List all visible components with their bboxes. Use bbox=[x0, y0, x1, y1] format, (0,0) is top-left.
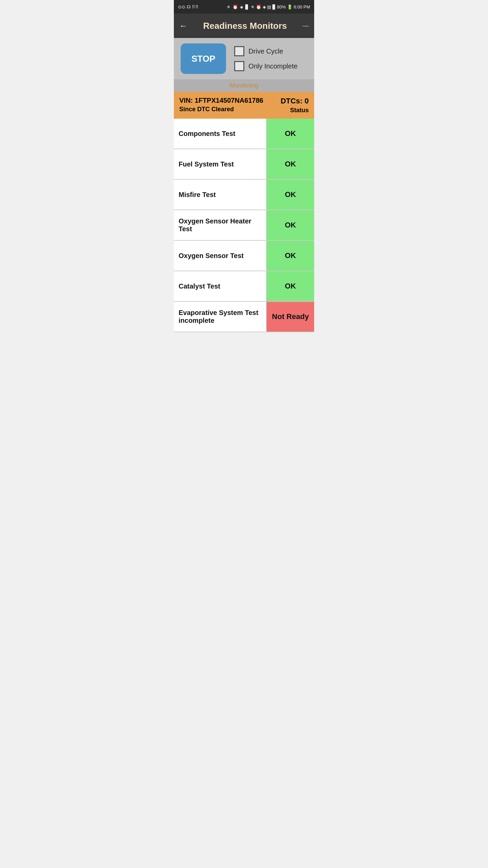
page-title: Readiness Monitors bbox=[187, 21, 303, 31]
monitoring-label: Monitoring bbox=[230, 82, 258, 89]
monitor-status: OK bbox=[267, 271, 314, 301]
monitor-name: Evaporative System Test incomplete bbox=[174, 302, 267, 332]
back-button[interactable]: ← bbox=[179, 21, 187, 31]
monitor-status: Not Ready bbox=[267, 302, 314, 332]
status-bar-left: ⊙⊙ ☊ ⠿⠿ bbox=[178, 4, 199, 9]
table-row: Fuel System TestOK bbox=[174, 149, 314, 180]
status-bar: ⊙⊙ ☊ ⠿⠿ ✳ ⏰ ◈ ▊ ✳ ⏰ ◈ ▤ ▊ 80% 🔋 6:00 PM bbox=[174, 0, 314, 14]
table-row: Misfire TestOK bbox=[174, 180, 314, 210]
table-row: Components TestOK bbox=[174, 119, 314, 149]
status-column-label: Status bbox=[281, 107, 309, 114]
vin-info-left: VIN: 1FTPX14507NA61786 Since DTC Cleared bbox=[179, 97, 263, 113]
wifi-icon: ◈ bbox=[240, 4, 243, 9]
checkboxes-group: Drive Cycle Only Incomplete bbox=[234, 46, 298, 71]
table-row: Oxygen Sensor TestOK bbox=[174, 241, 314, 271]
vin-number: VIN: 1FTPX14507NA61786 bbox=[179, 97, 263, 104]
vin-info-right: DTCs: 0 Status bbox=[281, 97, 309, 114]
app-header: ← Readiness Monitors — bbox=[174, 14, 314, 38]
drive-cycle-checkbox-item[interactable]: Drive Cycle bbox=[234, 46, 298, 56]
table-row: Oxygen Sensor Heater TestOK bbox=[174, 210, 314, 241]
only-incomplete-checkbox-item[interactable]: Only Incomplete bbox=[234, 61, 298, 71]
status-bar-right: ✳ ⏰ ◈ ▊ ✳ ⏰ ◈ ▤ ▊ 80% 🔋 6:00 PM bbox=[227, 4, 310, 9]
only-incomplete-label: Only Incomplete bbox=[248, 62, 298, 70]
drive-cycle-label: Drive Cycle bbox=[248, 47, 283, 55]
monitoring-bar: Monitoring bbox=[174, 79, 314, 92]
battery-percent: ✳ ⏰ ◈ ▤ ▊ 80% 🔋 6:00 PM bbox=[251, 4, 310, 9]
table-row: Catalyst TestOK bbox=[174, 271, 314, 302]
monitor-status: OK bbox=[267, 180, 314, 210]
controls-section: STOP Drive Cycle Only Incomplete bbox=[174, 38, 314, 79]
monitor-status: OK bbox=[267, 149, 314, 179]
monitor-status: OK bbox=[267, 210, 314, 240]
menu-button[interactable]: — bbox=[303, 22, 309, 29]
only-incomplete-checkbox[interactable] bbox=[234, 61, 244, 71]
monitor-name: Catalyst Test bbox=[174, 271, 267, 301]
monitor-status: OK bbox=[267, 119, 314, 149]
status-icons-left: ⊙⊙ ☊ ⠿⠿ bbox=[178, 4, 199, 9]
monitor-name: Misfire Test bbox=[174, 180, 267, 210]
signal-icon: ▊ bbox=[245, 4, 249, 9]
alarm-icon: ⏰ bbox=[232, 4, 238, 9]
drive-cycle-checkbox[interactable] bbox=[234, 46, 244, 56]
monitor-table: Components TestOKFuel System TestOKMisfi… bbox=[174, 119, 314, 332]
monitor-status: OK bbox=[267, 241, 314, 271]
monitor-name: Oxygen Sensor Heater Test bbox=[174, 210, 267, 240]
stop-button[interactable]: STOP bbox=[181, 43, 226, 74]
monitor-name: Fuel System Test bbox=[174, 149, 267, 179]
monitor-name: Oxygen Sensor Test bbox=[174, 241, 267, 271]
since-dtc-cleared: Since DTC Cleared bbox=[179, 106, 263, 113]
table-row: Evaporative System Test incompleteNot Re… bbox=[174, 302, 314, 332]
bluetooth-icon: ✳ bbox=[227, 4, 230, 9]
vin-header: VIN: 1FTPX14507NA61786 Since DTC Cleared… bbox=[174, 92, 314, 119]
dtc-count: DTCs: 0 bbox=[281, 97, 309, 105]
monitor-name: Components Test bbox=[174, 119, 267, 149]
